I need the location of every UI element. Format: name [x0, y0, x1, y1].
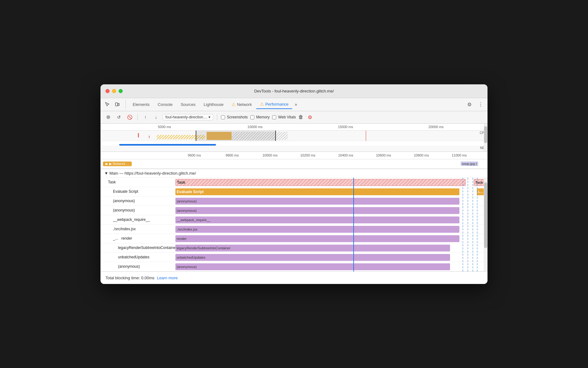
unbatched-updates-row[interactable]: unbatchedUpdates unbatchedUpdates: [100, 253, 488, 262]
ruler-10000: 10000 ms: [210, 125, 300, 130]
src-index-label: ./src/index.jsx: [100, 227, 175, 231]
scrollbar-thumb[interactable]: [484, 126, 487, 143]
zoom-9800: 9800 ms: [213, 153, 251, 157]
dashed-line-4: [477, 178, 478, 271]
flame-scrollbar-thumb[interactable]: [484, 182, 487, 248]
more-options-icon[interactable]: ⋮: [476, 100, 485, 109]
upload-button[interactable]: ↑: [141, 113, 149, 121]
tab-bar: Elements Console Sources Lighthouse ⚠ Ne…: [100, 98, 488, 111]
overview-scrollbar[interactable]: [484, 124, 488, 152]
device-mode-icon[interactable]: [113, 100, 122, 109]
web-vitals-checkbox[interactable]: Web Vitals: [272, 115, 296, 119]
ruler-spacer: [100, 125, 119, 130]
zoom-11000: 11000 ms: [440, 153, 478, 157]
soop-label: soop.jpg (: [461, 162, 478, 166]
anonymous-row-2[interactable]: (anonymous) (anonymous): [100, 206, 488, 215]
devtools-window: DevTools - foul-heavenly-direction.glitc…: [100, 84, 488, 284]
zoom-10800: 10800 ms: [403, 153, 440, 157]
network-bar-row: ▶ ▶ Network ... soop.jpg (: [100, 159, 488, 169]
anonymous-row-1[interactable]: (anonymous) (anonymous): [100, 196, 488, 206]
network-pill: ▶ ▶ Network ...: [103, 162, 132, 166]
settings-icon[interactable]: ⚙: [465, 100, 474, 109]
record-button[interactable]: [104, 113, 112, 121]
webpack-require-bar: __webpack_require__: [175, 216, 459, 223]
maximize-button[interactable]: [119, 89, 123, 93]
anonymous-bar-2: (anonymous): [175, 207, 459, 214]
capture-settings-button[interactable]: ⚙: [306, 113, 314, 121]
performance-warning-icon: ⚠: [260, 102, 264, 107]
overview-ruler: 5000 ms 10000 ms 15000 ms 20000 ms: [100, 124, 488, 131]
url-selector[interactable]: foul-heavenly-direction.... ▾: [163, 114, 213, 120]
tab-console[interactable]: Console: [154, 100, 176, 109]
zoom-10600: 10600 ms: [365, 153, 402, 157]
flame-rows: Task Task Task Evaluate Script Evaluate …: [100, 178, 488, 271]
webpack-require-row[interactable]: __webpack_require__ __webpack_require__: [100, 215, 488, 225]
tab-network[interactable]: ⚠ Network: [228, 100, 256, 109]
overview-selection: [196, 131, 275, 141]
download-button[interactable]: ↓: [152, 113, 160, 121]
evaluate-script-row[interactable]: Evaluate Script Evaluate Script L...: [100, 187, 488, 196]
select-element-icon[interactable]: [103, 100, 112, 109]
screenshots-checkbox[interactable]: Screenshots: [221, 115, 248, 119]
svg-point-2: [106, 115, 110, 119]
svg-rect-0: [115, 103, 118, 106]
window-title: DevTools - foul-heavenly-direction.glitc…: [254, 89, 334, 93]
zoomed-timeline: 9600 ms 9800 ms 10000 ms 10200 ms 10400 …: [100, 152, 488, 169]
dashed-line-2: [468, 178, 468, 271]
task-bar: Task: [175, 179, 466, 186]
dropdown-arrow-icon: ▾: [208, 115, 210, 119]
zoomed-ruler: 9600 ms 9800 ms 10000 ms 10200 ms 10400 …: [100, 152, 488, 159]
reload-record-button[interactable]: ↺: [115, 113, 123, 121]
red-marker-line: [366, 131, 366, 141]
unbatched-updates-bar-area: unbatchedUpdates: [175, 253, 488, 262]
evaluate-script-label: Evaluate Script: [100, 189, 175, 194]
render-row[interactable]: _... render render: [100, 234, 488, 243]
flame-chart-container: ▼ Main — https://foul-heavenly-direction…: [100, 169, 488, 271]
anonymous-row-3[interactable]: (anonymous) (anonymous): [100, 262, 488, 271]
anonymous-label-2: (anonymous): [100, 208, 175, 212]
tab-lighthouse[interactable]: Lighthouse: [200, 100, 228, 109]
render-bar-area: render: [175, 234, 488, 243]
src-index-row[interactable]: ./src/index.jsx ./src/index.jsx: [100, 225, 488, 234]
separator2: [217, 114, 217, 120]
legacy-render-bar: legacyRenderSubtreeIntoContainer: [175, 245, 450, 251]
webpack-require-bar-area: __webpack_require__: [175, 215, 488, 224]
memory-checkbox[interactable]: Memory: [250, 115, 270, 119]
evaluate-script-bar-area: Evaluate Script L...: [175, 187, 488, 196]
task-row[interactable]: Task Task Task: [100, 178, 488, 187]
close-button[interactable]: [105, 89, 110, 93]
clear-button[interactable]: 🚫: [125, 113, 134, 121]
anonymous-bar-3: (anonymous): [175, 263, 450, 270]
legacy-render-row[interactable]: legacyRenderSubtreeIntoContainer legacyR…: [100, 243, 488, 253]
zoom-9600: 9600 ms: [175, 153, 213, 157]
evaluate-script-bar: Evaluate Script: [175, 188, 459, 195]
delete-recording-button[interactable]: 🗑: [298, 114, 303, 120]
timeline-overview[interactable]: 5000 ms 10000 ms 15000 ms 20000 ms CPU: [100, 124, 488, 152]
legacy-render-label: legacyRenderSubtreeIntoContainer: [100, 246, 175, 250]
title-bar: DevTools - foul-heavenly-direction.glitc…: [100, 84, 488, 98]
minimize-button[interactable]: [112, 89, 116, 93]
flame-scrollbar-track[interactable]: [484, 178, 488, 271]
selection-right-edge: [275, 131, 276, 141]
main-section-header[interactable]: ▼ Main — https://foul-heavenly-direction…: [100, 169, 488, 178]
zoom-10400: 10400 ms: [327, 153, 365, 157]
tbt-text: Total blocking time: 0.00ms: [105, 276, 154, 280]
ruler-5000: 5000 ms: [119, 125, 210, 130]
anonymous-bar-area-3: (anonymous): [175, 262, 488, 271]
legacy-render-bar-area: legacyRenderSubtreeIntoContainer: [175, 243, 488, 252]
tab-elements[interactable]: Elements: [129, 100, 153, 109]
webpack-require-label: __webpack_require__: [100, 217, 175, 222]
zoom-10200: 10200 ms: [289, 153, 327, 157]
tab-sources[interactable]: Sources: [177, 100, 199, 109]
svg-rect-1: [118, 103, 119, 106]
tab-performance[interactable]: ⚠ Performance: [256, 100, 292, 109]
learn-more-link[interactable]: Learn more: [157, 276, 178, 280]
more-tabs-button[interactable]: »: [293, 101, 299, 108]
task-bar-area: Task Task: [175, 178, 488, 187]
cpu-spike-1: [138, 133, 139, 137]
zoom-10000: 10000 ms: [251, 153, 289, 157]
network-pill-label: ▶ Network ...: [109, 162, 129, 166]
dashed-line-1: [463, 178, 463, 271]
separator1: [137, 114, 138, 120]
render-bar: render: [175, 235, 459, 242]
